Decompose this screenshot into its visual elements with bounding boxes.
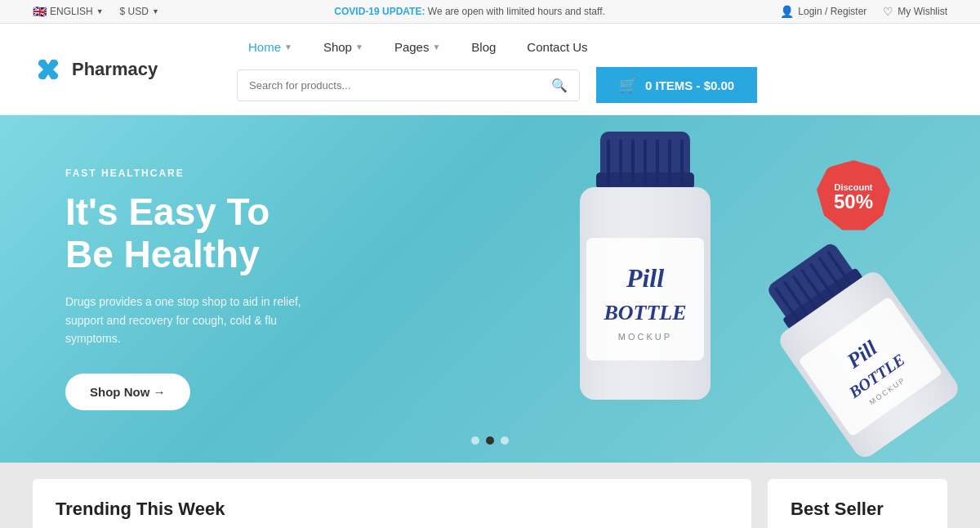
nav-home[interactable]: Home ▼ (237, 35, 304, 59)
bestseller-card: Best Seller (768, 479, 947, 528)
pages-chevron-icon: ▼ (432, 43, 440, 51)
below-hero-section: Trending This Week Best Seller (0, 463, 980, 528)
svg-text:Pill: Pill (626, 263, 664, 293)
hero-description: Drugs provides a one stop shop to aid in… (65, 293, 327, 347)
svg-rect-12 (586, 238, 704, 360)
shop-now-button[interactable]: Shop Now → (65, 374, 190, 410)
heart-icon: ♡ (883, 5, 893, 18)
hero-banner: FAST HEALTHCARE It's Easy To Be Healthy … (0, 115, 980, 463)
language-label: ENGLISH (50, 6, 93, 17)
language-chevron-icon: ▼ (96, 7, 104, 16)
search-row: 🔍 🛒 0 ITEMS - $0.00 (212, 67, 947, 114)
covid-label: COVID-19 UPDATE: (334, 6, 425, 17)
slider-dot-2[interactable] (486, 436, 494, 445)
shop-now-label: Shop Now → (90, 385, 166, 399)
hero-subtitle: FAST HEALTHCARE (65, 168, 327, 179)
flag-icon: 🇬🇧 (33, 5, 47, 18)
currency-selector[interactable]: $ USD ▼ (120, 6, 159, 17)
top-bar-left: 🇬🇧 ENGLISH ▼ $ USD ▼ (33, 5, 159, 18)
logo-icon (33, 54, 64, 85)
slider-dots (471, 436, 509, 445)
hero-title: It's Easy To Be Healthy (65, 190, 327, 277)
logo-text: Pharmacy (72, 59, 158, 80)
top-bar-right: 👤 Login / Register ♡ My Wishlist (780, 5, 947, 18)
covid-notice: COVID-19 UPDATE: We are open with limite… (159, 6, 780, 17)
trending-title: Trending This Week (56, 499, 728, 520)
top-bar: 🇬🇧 ENGLISH ▼ $ USD ▼ COVID-19 UPDATE: We… (0, 0, 980, 24)
trending-card: Trending This Week (33, 479, 751, 528)
pill-bottle-small: Pill BOTTLE MOCKUP (730, 214, 980, 463)
user-icon: 👤 (780, 5, 794, 18)
nav-pages[interactable]: Pages ▼ (383, 35, 452, 59)
search-box: 🔍 (237, 69, 580, 101)
slider-dot-3[interactable] (501, 436, 509, 445)
search-button[interactable]: 🔍 (540, 70, 579, 101)
svg-text:BOTTLE: BOTTLE (603, 301, 686, 324)
shop-chevron-icon: ▼ (355, 43, 363, 51)
hero-image-area: Pill BOTTLE MOCKUP (392, 115, 980, 463)
language-selector[interactable]: 🇬🇧 ENGLISH ▼ (33, 5, 104, 18)
login-label: Login / Register (798, 6, 866, 17)
header: Pharmacy Home ▼ Shop ▼ Pages ▼ Blog Cont… (0, 24, 980, 115)
nav-blog[interactable]: Blog (460, 35, 507, 59)
cart-label: 0 ITEMS - $0.00 (645, 78, 734, 92)
covid-text: We are open with limited hours and staff… (428, 6, 605, 17)
discount-value: 50% (834, 192, 873, 212)
nav-search-area: Home ▼ Shop ▼ Pages ▼ Blog Contact Us (212, 24, 947, 114)
nav-contact[interactable]: Contact Us (515, 35, 599, 59)
bestseller-title: Best Seller (791, 499, 924, 520)
search-input[interactable] (238, 72, 540, 99)
search-icon: 🔍 (551, 78, 568, 92)
logo-area: Pharmacy (33, 39, 212, 100)
main-nav: Home ▼ Shop ▼ Pages ▼ Blog Contact Us (212, 24, 947, 67)
wishlist-link[interactable]: ♡ My Wishlist (883, 5, 947, 18)
wishlist-label: My Wishlist (898, 6, 947, 17)
svg-text:MOCKUP: MOCKUP (618, 332, 672, 342)
login-link[interactable]: 👤 Login / Register (780, 5, 866, 18)
hero-content: FAST HEALTHCARE It's Easy To Be Healthy … (0, 168, 327, 411)
home-chevron-icon: ▼ (284, 43, 292, 51)
currency-label: $ USD (120, 6, 149, 17)
nav-shop[interactable]: Shop ▼ (312, 35, 375, 59)
cart-icon: 🛒 (619, 76, 637, 94)
slider-dot-1[interactable] (471, 436, 479, 445)
cart-button[interactable]: 🛒 0 ITEMS - $0.00 (596, 67, 757, 103)
pill-bottle-large: Pill BOTTLE MOCKUP (555, 123, 735, 418)
currency-chevron-icon: ▼ (152, 7, 159, 16)
